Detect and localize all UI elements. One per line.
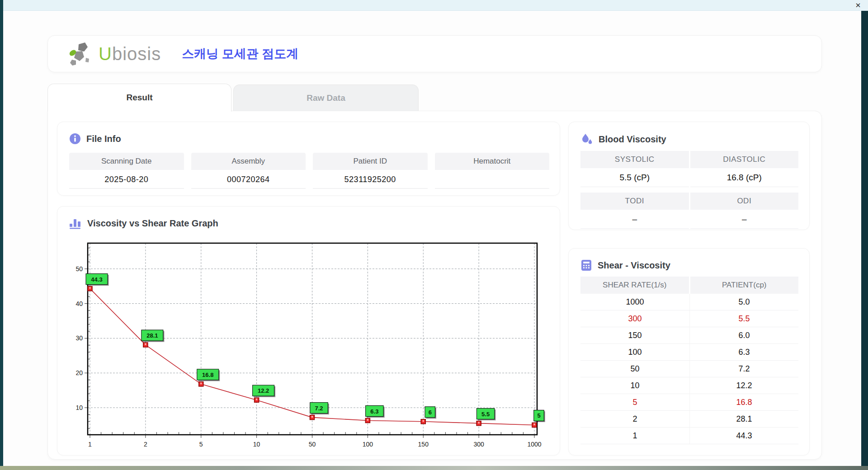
svg-text:150: 150 — [418, 441, 429, 448]
field-label: Scanning Date — [69, 153, 184, 170]
table-row: 1012.2 — [580, 377, 798, 394]
table-row: 228.1 — [580, 411, 798, 428]
window-left-border — [0, 0, 3, 466]
droplets-icon — [580, 133, 593, 146]
table-row: 507.2 — [580, 361, 798, 377]
table-row: 3005.5 — [580, 310, 798, 327]
field-value: 52311925200 — [313, 170, 428, 189]
shear-table: SHEAR RATE(1/s) PATIENT(cp) 10005.03005.… — [580, 277, 798, 444]
svg-text:300: 300 — [473, 441, 484, 448]
shear-rate-cell: 2 — [580, 411, 689, 428]
shear-viscosity-card: Shear - Viscosity SHEAR RATE(1/s) PATIEN… — [568, 248, 810, 456]
svg-text:30: 30 — [75, 334, 83, 342]
shear-rate-cell: 50 — [580, 361, 689, 377]
file-info-title: File Info — [86, 134, 121, 144]
shear-table-header: SHEAR RATE(1/s) PATIENT(cp) — [580, 277, 798, 294]
shear-rate-cell: 150 — [580, 327, 689, 344]
patient-viscosity-cell: 5.0 — [689, 294, 798, 310]
field-value: 000720264 — [191, 170, 306, 189]
patient-viscosity-cell: 7.2 — [689, 361, 798, 377]
viscosity-chart: 44.328.116.812.27.26.365.551251050100150… — [57, 207, 561, 456]
file-info-field: Patient ID52311925200 — [313, 153, 428, 189]
app-title: 스캐닝 모세관 점도계 — [182, 46, 298, 62]
svg-text:5: 5 — [537, 412, 540, 419]
stat-value: – — [690, 210, 799, 229]
file-info-field: Scanning Date2025-08-20 — [69, 153, 184, 189]
patient-viscosity-cell: 16.8 — [689, 394, 798, 411]
svg-text:10: 10 — [75, 404, 83, 411]
svg-text:5.5: 5.5 — [481, 411, 490, 418]
svg-text:1000: 1000 — [527, 441, 541, 448]
svg-text:6.3: 6.3 — [370, 408, 378, 415]
shear-rate-cell: 300 — [580, 310, 689, 327]
stat-value: – — [580, 210, 689, 229]
shear-rate-cell: 10 — [580, 377, 689, 394]
field-label: Patient ID — [313, 153, 428, 170]
blood-viscosity-title: Blood Viscosity — [599, 134, 666, 145]
svg-text:44.3: 44.3 — [91, 276, 102, 283]
tab-raw-data[interactable]: Raw Data — [233, 85, 419, 112]
shear-rate-cell: 5 — [580, 394, 689, 411]
blood-viscosity-table: SYSTOLICDIASTOLIC5.5 (cP)16.8 (cP)TODIOD… — [580, 151, 798, 229]
patient-viscosity-cell: 6.0 — [689, 327, 798, 344]
table-row: 144.3 — [580, 428, 798, 444]
svg-text:7.2: 7.2 — [315, 405, 323, 412]
close-icon[interactable]: ✕ — [854, 1, 863, 10]
ubiosis-logo-text: Ubiosis — [99, 44, 161, 64]
stat-value: 5.5 (cP) — [580, 168, 689, 187]
table-row: 1506.0 — [580, 327, 798, 344]
svg-text:40: 40 — [75, 300, 83, 307]
svg-text:2: 2 — [144, 441, 147, 448]
svg-text:50: 50 — [309, 441, 316, 448]
svg-text:6: 6 — [429, 409, 432, 416]
svg-text:1: 1 — [88, 441, 92, 448]
svg-text:50: 50 — [75, 265, 83, 273]
shear-table-body: 10005.03005.51506.01006.3507.21012.2516.… — [580, 294, 798, 444]
title-bar: ✕ — [0, 0, 868, 11]
shear-col-header: SHEAR RATE(1/s) — [580, 277, 689, 294]
file-info-field: Assembly000720264 — [191, 153, 306, 189]
file-info-fields: Scanning Date2025-08-20Assembly000720264… — [69, 153, 549, 189]
calculator-icon — [580, 259, 592, 271]
window-right-border — [861, 11, 868, 466]
field-value — [435, 170, 550, 189]
patient-col-header: PATIENT(cp) — [690, 277, 799, 294]
shear-rate-cell: 1000 — [580, 294, 689, 310]
patient-viscosity-cell: 5.5 — [689, 310, 798, 327]
header-card: Ubiosis 스캐닝 모세관 점도계 — [47, 35, 822, 72]
svg-text:12.2: 12.2 — [258, 387, 269, 394]
patient-viscosity-cell: 44.3 — [689, 428, 798, 444]
info-icon — [69, 133, 81, 145]
stat-label: TODI — [580, 193, 689, 210]
logo-u: U — [99, 44, 112, 64]
file-info-field: Hematocrit — [435, 153, 550, 189]
patient-viscosity-cell: 28.1 — [689, 411, 798, 428]
patient-viscosity-cell: 6.3 — [689, 344, 798, 361]
field-label: Assembly — [191, 153, 306, 170]
table-row: 516.8 — [580, 394, 798, 411]
app-window: ✕ Ubiosis 스캐닝 모세관 점도계 Result Raw Data — [0, 0, 868, 470]
result-tab-panel: File Info Scanning Date2025-08-20Assembl… — [47, 111, 822, 460]
chart-card: Viscosity vs Shear Rate Graph 44.328.116… — [57, 206, 560, 456]
stat-label: SYSTOLIC — [580, 151, 689, 168]
svg-text:100: 100 — [363, 441, 373, 448]
svg-text:10: 10 — [253, 441, 260, 448]
shear-rate-cell: 100 — [580, 344, 689, 361]
stat-value: 16.8 (cP) — [690, 168, 799, 187]
shear-rate-cell: 1 — [580, 428, 689, 444]
stat-label: ODI — [690, 193, 799, 210]
window-bottom-border — [0, 466, 868, 470]
file-info-card: File Info Scanning Date2025-08-20Assembl… — [57, 122, 560, 196]
svg-text:28.1: 28.1 — [146, 332, 158, 339]
svg-text:5: 5 — [199, 441, 203, 448]
tab-result[interactable]: Result — [47, 84, 231, 112]
shear-viscosity-title: Shear - Viscosity — [598, 260, 670, 271]
table-row: 10005.0 — [580, 294, 798, 310]
field-value: 2025-08-20 — [69, 170, 184, 189]
field-label: Hematocrit — [435, 153, 550, 170]
svg-text:20: 20 — [75, 369, 83, 376]
ubiosis-logo-icon — [68, 41, 96, 67]
table-row: 1006.3 — [580, 344, 798, 361]
svg-text:16.8: 16.8 — [202, 371, 213, 378]
logo-biosis: biosis — [112, 44, 161, 64]
